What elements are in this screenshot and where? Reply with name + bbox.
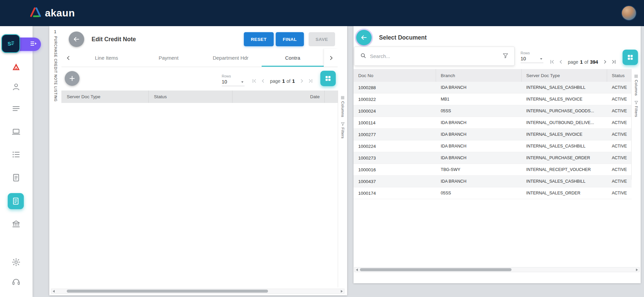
app-logo[interactable]: akaun [30, 7, 75, 19]
cell-doc-no: 1000277 [354, 129, 436, 140]
contra-table-empty-body [61, 103, 338, 287]
rows-per-page-select[interactable]: Rows 10 [521, 51, 543, 63]
cell-server-doc-type: INTERNAL_SALES_INVOICE [522, 94, 607, 105]
scrollbar-thumb[interactable] [67, 290, 268, 293]
credit-note-icon-active[interactable] [8, 193, 24, 209]
column-header-status[interactable]: Status [149, 91, 232, 103]
next-page-button[interactable] [299, 78, 305, 84]
prev-page-button[interactable] [260, 78, 266, 84]
cell-doc-no: 1000288 [354, 82, 436, 93]
scroll-right-arrow[interactable] [341, 290, 343, 293]
pagination: page 1 of 394 [549, 59, 617, 67]
first-page-button[interactable] [251, 78, 258, 84]
column-header-server-doc-type[interactable]: Server Doc Type [522, 69, 607, 82]
cell-doc-no: 1000322 [354, 94, 436, 105]
of-word: of [584, 59, 588, 65]
horizontal-scrollbar[interactable] [354, 267, 640, 272]
bank-icon[interactable] [11, 219, 21, 229]
tab-bar: Line Items Payment Department Hdr Contra [61, 49, 338, 67]
prev-page-button[interactable] [558, 59, 564, 65]
search-input[interactable] [370, 53, 499, 59]
search-icon [360, 52, 367, 60]
scroll-left-arrow[interactable] [356, 269, 358, 271]
tab-department-hdr[interactable]: Department Hdr [200, 49, 262, 67]
table-row[interactable]: 1000016 TBG-SWY INTERNAL_RECEIPT_VOUCHER… [354, 164, 632, 176]
app-launcher: s [1, 34, 42, 54]
current-page: 1 [282, 78, 285, 84]
columns-toggle[interactable]: Columns [340, 95, 345, 117]
last-page-button[interactable] [307, 78, 314, 84]
column-header-branch[interactable]: Branch [436, 69, 522, 82]
cell-branch: IDA BRANCH [436, 152, 522, 164]
filters-toggle[interactable]: Filters [340, 122, 345, 138]
panel-title: Edit Credit Note [92, 36, 136, 43]
laptop-icon[interactable] [11, 127, 21, 136]
rows-per-page-select[interactable]: Rows 10 [222, 74, 245, 86]
table-row[interactable]: 1000114 IDA BRANCH INTERNAL_OUTBOUND_DEL… [354, 117, 632, 129]
cell-server-doc-type: INTERNAL_SALES_CASHBILL [522, 140, 607, 152]
table-row[interactable]: 1000224 IDA BRANCH INTERNAL_SALES_CASHBI… [354, 140, 632, 152]
tab-payment[interactable]: Payment [138, 49, 200, 67]
final-button[interactable]: FINAL [276, 32, 304, 46]
column-header-date[interactable]: Date [232, 91, 324, 103]
table-row[interactable]: 1000174 05SS INTERNAL_SALES_ORDER ACTIVE [354, 187, 632, 199]
scroll-left-arrow[interactable] [53, 290, 55, 293]
cell-branch: TBG-SWY [436, 164, 522, 175]
table-row[interactable]: 1000277 IDA BRANCH INTERNAL_SALES_INVOIC… [354, 129, 632, 140]
header-actions: RESET FINAL SAVE [244, 32, 338, 46]
document-icon[interactable] [11, 173, 21, 182]
person-icon[interactable] [11, 82, 21, 92]
column-header-doc-no[interactable]: Doc No [354, 69, 436, 82]
tab-contra[interactable]: Contra [262, 49, 324, 67]
first-page-button[interactable] [549, 59, 555, 65]
scrollbar-thumb[interactable] [360, 268, 512, 271]
cell-server-doc-type: INTERNAL_RECEIPT_VOUCHER [522, 164, 607, 175]
save-button[interactable]: SAVE [309, 32, 335, 46]
reset-button[interactable]: RESET [244, 32, 274, 46]
table-row[interactable]: 1000437 IDA BRANCH INTERNAL_SALES_CASHBI… [354, 176, 632, 187]
toolbar-right-group: Rows 10 page 1 of [222, 71, 336, 86]
right-table-side-controls: Columns Filters [631, 69, 641, 180]
total-pages: 394 [590, 59, 598, 65]
back-button[interactable] [356, 30, 372, 45]
back-button[interactable] [69, 32, 84, 47]
last-page-button[interactable] [610, 59, 617, 65]
column-header-status[interactable]: Status [607, 69, 632, 82]
ledger-app-button[interactable]: s [1, 34, 20, 53]
headset-icon[interactable] [11, 277, 21, 286]
lines-list-icon[interactable] [11, 104, 21, 114]
filters-toggle[interactable]: Filters [634, 100, 639, 117]
tabs-scroll-left-icon[interactable] [61, 49, 75, 67]
cell-branch: IDA BRANCH [436, 140, 522, 152]
cell-doc-no: 1000016 [354, 164, 436, 175]
red-app-icon[interactable] [11, 62, 21, 72]
contra-table-header: Server Doc Type Status Date [61, 91, 338, 103]
settings-gear-icon[interactable] [11, 257, 21, 267]
ledger-s-icon: s [6, 38, 16, 49]
cell-server-doc-type: INTERNAL_SALES_CASHBILL [522, 82, 607, 93]
current-page: 1 [580, 59, 583, 65]
grid-view-button[interactable] [320, 71, 336, 86]
scroll-right-arrow[interactable] [636, 269, 638, 271]
cell-doc-no: 1000114 [354, 117, 436, 128]
add-row-button[interactable] [65, 71, 79, 86]
column-header-server-doc-type[interactable]: Server Doc Type [61, 91, 149, 103]
table-row[interactable]: 1000288 IDA BRANCH INTERNAL_SALES_CASHBI… [354, 82, 632, 94]
table-row[interactable]: 1000322 MB1 INTERNAL_SALES_INVOICE ACTIV… [354, 94, 632, 105]
cell-branch: 05SS [436, 105, 522, 117]
cell-status: ACTIVE [607, 152, 632, 164]
tab-line-items[interactable]: Line Items [75, 49, 138, 67]
tabs-scroll-right-icon[interactable] [324, 49, 338, 67]
horizontal-scrollbar[interactable] [51, 289, 344, 294]
grid-view-button[interactable] [623, 50, 638, 65]
table-row[interactable]: 1000024 05SS INTERNAL_PURCHASE_GOODS... … [354, 105, 632, 117]
cell-server-doc-type: INTERNAL_PURCHASE_ORDER [522, 152, 607, 164]
table-row[interactable]: 1000273 IDA BRANCH INTERNAL_PURCHASE_ORD… [354, 152, 632, 164]
filter-icon[interactable] [502, 52, 509, 60]
bullet-list-icon[interactable] [11, 150, 21, 159]
next-page-button[interactable] [602, 59, 608, 65]
columns-toggle[interactable]: Columns [634, 74, 639, 96]
rows-value: 10 [222, 79, 227, 84]
cell-status: ACTIVE [607, 176, 632, 187]
user-avatar[interactable] [621, 5, 637, 21]
